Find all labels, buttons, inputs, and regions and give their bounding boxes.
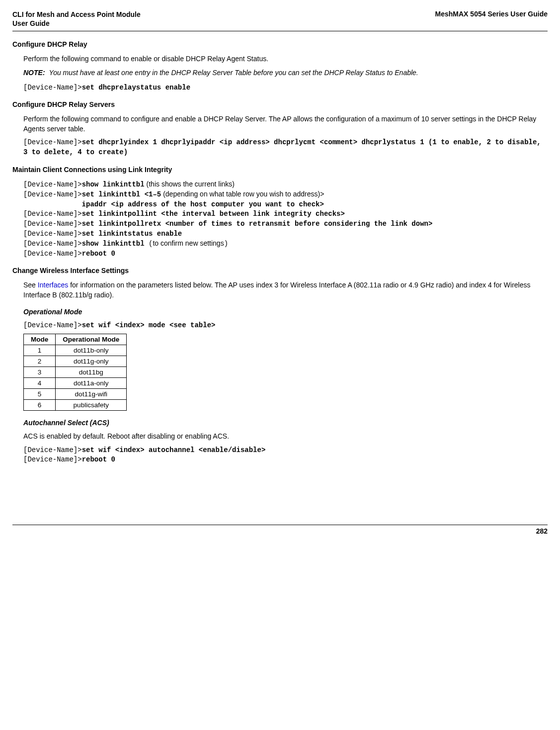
link-line-2: [Device-Name]>set linkinttbl <1–5 (depen… — [23, 189, 548, 200]
section-heading-dhcp-relay: Configure DHCP Relay — [12, 40, 548, 48]
table-cell-op: dot11b-only — [56, 345, 127, 356]
dhcp-servers-code: [Device-Name]>set dhcprlyindex 1 dhcprly… — [23, 138, 548, 157]
acs-code-1: [Device-Name]>set wif <index> autochanne… — [23, 446, 548, 456]
link-line-5: [Device-Name]>set linkintpollretx <numbe… — [23, 219, 548, 229]
code-cmd: show linkinttbl — [82, 181, 145, 188]
wireless-para-pre: See — [23, 281, 38, 289]
header-left: CLI for Mesh and Access Point Module Use… — [12, 10, 141, 28]
wireless-para-post: for information on the parameters listed… — [23, 281, 530, 299]
code-prompt: [Device-Name]> — [23, 84, 82, 91]
code-cmd: set linkintpollretx <number of times to … — [82, 220, 433, 228]
wireless-para: See Interfaces for information on the pa… — [23, 280, 548, 300]
table-header-op: Operational Mode — [56, 334, 127, 345]
code-prompt: [Device-Name]> — [23, 181, 82, 188]
table-row: 2 dot11g-only — [24, 356, 127, 367]
table-cell-mode: 1 — [24, 345, 56, 356]
dhcp-relay-block: Perform the following command to enable … — [23, 54, 548, 92]
table-cell-mode: 4 — [24, 378, 56, 389]
dhcp-relay-note: NOTE: You must have at least one entry i… — [23, 68, 548, 78]
table-row: 3 dot11bg — [24, 367, 127, 378]
code-cmd: set wif <index> mode <see table> — [82, 321, 216, 329]
link-line-6: [Device-Name]>set linkintstatus enable — [23, 229, 548, 239]
acs-block: ACS is enabled by default. Reboot after … — [23, 432, 548, 465]
table-cell-mode: 2 — [24, 356, 56, 367]
code-cmd: ipaddr <ip address of the host computer … — [23, 200, 324, 208]
code-prompt: [Device-Name]> — [23, 250, 82, 258]
table-cell-op: dot11g-only — [56, 356, 127, 367]
interfaces-link[interactable]: Interfaces — [38, 281, 68, 289]
code-comment-close: ) — [224, 240, 228, 248]
dhcp-servers-block: Perform the following command to configu… — [23, 114, 548, 157]
table-cell-op: dot11bg — [56, 367, 127, 378]
page-number: 282 — [12, 527, 548, 535]
code-comment: to confirm new settings — [153, 239, 224, 247]
dhcp-relay-code: [Device-Name]>set dhcprelaystatus enable — [23, 83, 548, 93]
link-integrity-block: [Device-Name]>show linkinttbl (this show… — [23, 180, 548, 259]
code-prompt: [Device-Name]> — [23, 190, 82, 198]
opmode-code-block: [Device-Name]>set wif <index> mode <see … — [23, 321, 548, 331]
code-cmd: set linkintpollint <the interval between… — [82, 210, 345, 218]
section-heading-wireless: Change Wireless Interface Settings — [12, 267, 548, 274]
table-row: 1 dot11b-only — [24, 345, 127, 356]
code-prompt: [Device-Name]> — [23, 446, 82, 454]
code-cmd: set wif <index> autochannel <enable/disa… — [82, 446, 266, 454]
note-text: You must have at least one entry in the … — [49, 68, 418, 78]
code-prompt: [Device-Name]> — [23, 321, 82, 329]
code-trail: > — [320, 190, 324, 198]
table-cell-mode: 3 — [24, 367, 56, 378]
section-heading-link-integrity: Maintain Client Connections using Link I… — [12, 166, 548, 174]
code-cmd: reboot 0 — [82, 250, 115, 258]
table-row: 5 dot11g-wifi — [24, 389, 127, 400]
mode-table: Mode Operational Mode 1 dot11b-only 2 do… — [23, 334, 127, 411]
table-cell-op: publicsafety — [56, 400, 127, 411]
dhcp-servers-para: Perform the following command to configu… — [23, 114, 548, 134]
table-row: 6 publicsafety — [24, 400, 127, 411]
code-cmd: show linkinttbl — [82, 240, 149, 248]
code-cmd: set dhcprlyindex 1 dhcprlyipaddr <ip add… — [23, 138, 541, 156]
table-cell-mode: 5 — [24, 389, 56, 400]
footer-divider — [12, 525, 548, 525]
code-prompt: [Device-Name]> — [23, 456, 82, 463]
link-line-8: [Device-Name]>reboot 0 — [23, 249, 548, 259]
acs-para: ACS is enabled by default. Reboot after … — [23, 432, 548, 442]
code-cmd: reboot 0 — [82, 456, 115, 463]
table-cell-op: dot11a-only — [56, 378, 127, 389]
link-line-4: [Device-Name]>set linkintpollint <the in… — [23, 209, 548, 219]
link-line-7: [Device-Name]>show linkinttbl (to confir… — [23, 239, 548, 249]
code-comment: (depending on what table row you wish to… — [161, 190, 320, 198]
code-cmd: set dhcprelaystatus enable — [82, 84, 190, 91]
code-prompt: [Device-Name]> — [23, 138, 82, 146]
table-cell-op: dot11g-wifi — [56, 389, 127, 400]
acs-code-2: [Device-Name]>reboot 0 — [23, 455, 548, 465]
section-heading-dhcp-servers: Configure DHCP Relay Servers — [12, 100, 548, 108]
header-left-line2: User Guide — [12, 19, 50, 27]
table-header-row: Mode Operational Mode — [24, 334, 127, 345]
dhcp-relay-para: Perform the following command to enable … — [23, 54, 548, 64]
link-line-1: [Device-Name]>show linkinttbl (this show… — [23, 180, 548, 190]
header-left-line1: CLI for Mesh and Access Point Module — [12, 10, 141, 18]
acs-heading: Autochannel Select (ACS) — [23, 419, 548, 427]
opmode-code: [Device-Name]>set wif <index> mode <see … — [23, 321, 548, 331]
note-label: NOTE: — [23, 68, 45, 78]
code-prompt: [Device-Name]> — [23, 230, 82, 238]
code-cmd: set linkinttbl <1–5 — [82, 190, 161, 198]
table-cell-mode: 6 — [24, 400, 56, 411]
code-prompt: [Device-Name]> — [23, 220, 82, 228]
table-row: 4 dot11a-only — [24, 378, 127, 389]
code-cmd: set linkintstatus enable — [82, 230, 182, 238]
header-right: MeshMAX 5054 Series User Guide — [435, 10, 548, 18]
link-line-3: ipaddr <ip address of the host computer … — [23, 200, 548, 210]
operational-mode-heading: Operational Mode — [23, 308, 548, 316]
code-prompt: [Device-Name]> — [23, 240, 82, 248]
code-prompt: [Device-Name]> — [23, 210, 82, 218]
header-divider — [12, 31, 548, 31]
wireless-block: See Interfaces for information on the pa… — [23, 280, 548, 300]
code-comment: (this shows the current links) — [145, 180, 235, 188]
page-header: CLI for Mesh and Access Point Module Use… — [12, 10, 548, 28]
table-header-mode: Mode — [24, 334, 56, 345]
